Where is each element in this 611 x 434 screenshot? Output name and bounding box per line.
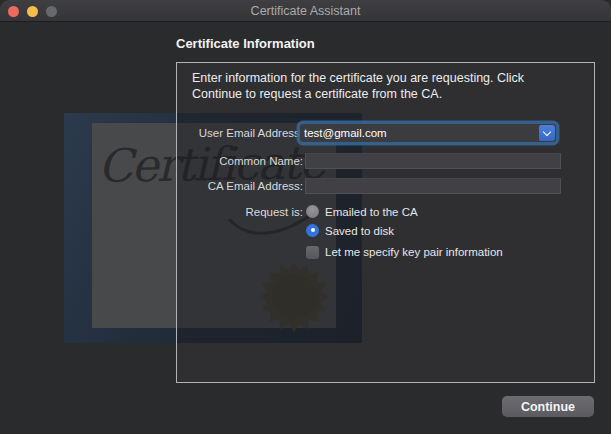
titlebar: Certificate Assistant: [0, 0, 611, 22]
minimize-button[interactable]: [27, 6, 38, 17]
zoom-button-disabled: [46, 6, 57, 17]
user-email-input[interactable]: [300, 124, 538, 142]
instructions-text: Enter information for the certificate yo…: [192, 71, 570, 102]
common-name-label: Common Name:: [176, 155, 303, 167]
key-pair-checkbox-label[interactable]: Let me specify key pair information: [325, 246, 503, 258]
window-title: Certificate Assistant: [0, 0, 611, 22]
common-name-input[interactable]: [305, 153, 561, 169]
request-is-label: Request is:: [176, 206, 303, 218]
radio-saved-to-disk[interactable]: [306, 224, 319, 237]
page-title: Certificate Information: [176, 36, 315, 51]
user-email-combobox[interactable]: [300, 124, 556, 142]
certificate-assistant-window: Certificate Assistant Certificate Certif…: [0, 0, 611, 434]
radio-emailed-to-ca-label[interactable]: Emailed to the CA: [325, 206, 418, 218]
close-button[interactable]: [8, 6, 19, 17]
continue-button[interactable]: Continue: [502, 396, 594, 417]
ca-email-label: CA Email Address:: [176, 180, 303, 192]
radio-saved-to-disk-label[interactable]: Saved to disk: [325, 225, 394, 237]
user-email-dropdown-button[interactable]: [539, 125, 555, 141]
ca-email-input[interactable]: [305, 178, 561, 194]
user-email-label: User Email Address:: [176, 127, 303, 139]
radio-emailed-to-ca[interactable]: [306, 205, 319, 218]
key-pair-checkbox[interactable]: [306, 246, 319, 259]
chevron-down-icon: [543, 127, 551, 135]
